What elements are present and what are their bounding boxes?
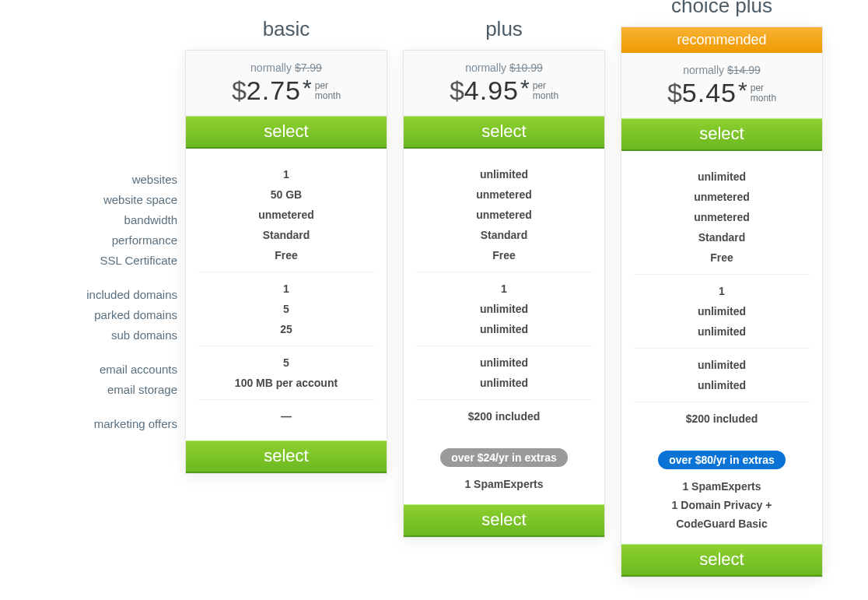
label-email-storage: email storage (37, 380, 177, 400)
basic-bandwidth: unmetered (198, 205, 374, 225)
plus-marketing-offers: $200 included (416, 406, 592, 426)
feature-labels-column: websites website space bandwidth perform… (37, 16, 177, 448)
normally-label: normally (250, 61, 292, 74)
choiceplus-marketing-offers: $200 included (634, 409, 810, 429)
extras-choice-plus: over $80/yr in extras 1 SpamExperts 1 Do… (621, 443, 822, 544)
plus-included-domains: 1 (416, 279, 592, 299)
currency-symbol: $ (667, 78, 682, 108)
plan-basic: basic normally $7.99 $ 2.75 * per month … (185, 16, 387, 474)
pricing-table: websites website space bandwidth perform… (31, 16, 837, 577)
normally-label: normally (465, 61, 506, 74)
basic-sub-domains: 25 (198, 319, 374, 339)
plus-email-storage: unlimited (416, 373, 592, 393)
recommended-badge: recommended (621, 27, 822, 53)
choiceplus-parked-domains: unlimited (634, 301, 810, 321)
normally-price-plus: $10.99 (509, 61, 543, 74)
select-button-basic-top[interactable]: select (186, 116, 387, 149)
label-ssl-certificate: SSL Certificate (37, 251, 177, 271)
basic-marketing-offers: — (198, 406, 374, 426)
basic-parked-domains: 5 (198, 299, 374, 319)
plan-plus: plus normally $10.99 $ 4.95 * per month … (403, 16, 605, 538)
basic-ssl: Free (198, 245, 374, 265)
label-sub-domains: sub domains (37, 325, 177, 346)
asterisk-icon: * (303, 75, 312, 101)
choiceplus-sub-domains: unlimited (634, 321, 810, 342)
normally-label: normally (683, 64, 724, 76)
choiceplus-websites: unlimited (634, 167, 810, 187)
normally-price-basic: $7.99 (295, 61, 322, 74)
select-button-plus-bottom[interactable]: select (404, 504, 604, 537)
choiceplus-included-domains: 1 (634, 281, 810, 301)
plus-sub-domains: unlimited (416, 319, 592, 339)
plus-performance: Standard (416, 225, 592, 245)
basic-email-accounts: 5 (198, 353, 374, 373)
choiceplus-email-accounts: unlimited (634, 355, 810, 375)
plan-title-choice-plus: choice plus (621, 0, 823, 19)
month-label: month (315, 90, 341, 101)
extras-plus: over $24/yr in extras 1 SpamExperts (404, 440, 604, 504)
price-block-choice-plus: normally $14.99 $ 5.45 * per month (621, 53, 822, 118)
choiceplus-ssl: Free (634, 247, 810, 268)
currency-symbol: $ (450, 75, 464, 106)
basic-email-storage: 100 MB per account (198, 373, 374, 393)
plus-websites: unlimited (416, 164, 592, 184)
label-bandwidth: bandwidth (37, 210, 177, 230)
price-block-plus: normally $10.99 $ 4.95 * per month (404, 51, 604, 116)
label-website-space: website space (37, 190, 177, 210)
label-included-domains: included domains (37, 285, 177, 305)
price-amount-choice-plus: 5.45 (682, 78, 737, 108)
asterisk-icon: * (520, 75, 530, 101)
label-performance: performance (37, 230, 177, 251)
label-marketing-offers: marketing offers (37, 414, 177, 434)
extras-pill-choice-plus: over $80/yr in extras (658, 451, 785, 469)
choiceplus-email-storage: unlimited (634, 375, 810, 395)
extras-line: 1 Domain Privacy + (634, 496, 810, 514)
choiceplus-website-space: unmetered (634, 187, 810, 207)
month-label: month (533, 90, 558, 101)
plus-ssl: Free (416, 245, 592, 265)
basic-included-domains: 1 (198, 279, 374, 299)
extras-line: 1 SpamExperts (634, 477, 810, 496)
normally-price-choice-plus: $14.99 (727, 64, 761, 76)
price-block-basic: normally $7.99 $ 2.75 * per month (186, 51, 387, 116)
plan-choice-plus: choice plus recommended normally $14.99 … (621, 0, 823, 577)
plus-bandwidth: unmetered (416, 205, 592, 225)
plus-email-accounts: unlimited (416, 353, 592, 373)
extras-pill-plus: over $24/yr in extras (440, 448, 567, 467)
label-parked-domains: parked domains (37, 305, 177, 325)
select-button-basic-bottom[interactable]: select (186, 440, 387, 473)
basic-performance: Standard (198, 225, 374, 245)
price-amount-basic: 2.75 (247, 75, 301, 106)
label-websites: websites (37, 170, 177, 190)
select-button-plus-top[interactable]: select (404, 116, 604, 149)
plus-website-space: unmetered (416, 184, 592, 205)
select-button-choice-plus-top[interactable]: select (621, 118, 822, 151)
plus-parked-domains: unlimited (416, 299, 592, 319)
extras-line: 1 SpamExperts (416, 475, 592, 493)
basic-websites: 1 (198, 164, 374, 184)
basic-website-space: 50 GB (198, 184, 374, 205)
select-button-choice-plus-bottom[interactable]: select (621, 544, 822, 577)
label-email-accounts: email accounts (37, 360, 177, 380)
plan-title-plus: plus (403, 16, 605, 42)
currency-symbol: $ (232, 75, 247, 106)
extras-line: CodeGuard Basic (634, 514, 810, 533)
plan-title-basic: basic (185, 16, 387, 42)
price-amount-plus: 4.95 (464, 75, 519, 106)
month-label: month (751, 93, 776, 104)
choiceplus-bandwidth: unmetered (634, 207, 810, 227)
asterisk-icon: * (738, 77, 747, 104)
choiceplus-performance: Standard (634, 227, 810, 247)
